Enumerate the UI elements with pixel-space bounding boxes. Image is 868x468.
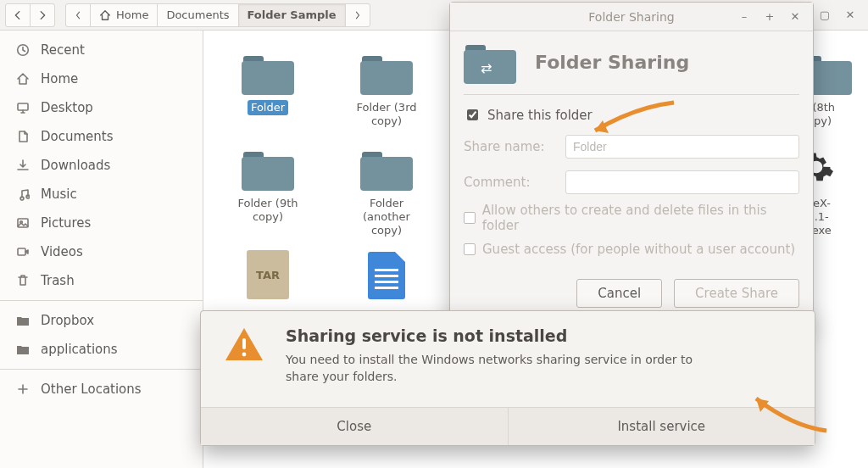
- home-icon: [15, 71, 31, 86]
- create-share-button-label: Create Share: [695, 286, 778, 301]
- banner-close-button[interactable]: Close: [201, 408, 508, 445]
- create-share-button[interactable]: Create Share: [674, 279, 799, 308]
- home-icon: [99, 9, 111, 21]
- sidebar-item-label: Music: [41, 187, 77, 202]
- crumb-documents[interactable]: Documents: [157, 3, 238, 27]
- sidebar-item-label: Videos: [41, 244, 83, 259]
- sidebar-item-other-locations[interactable]: Other Locations: [0, 375, 203, 404]
- dialog-titlebar[interactable]: Folder Sharing – + ✕: [450, 3, 813, 31]
- window-maximize[interactable]: ▢: [812, 5, 837, 25]
- sidebar-item-applications[interactable]: applications: [0, 335, 203, 364]
- sidebar-item-recent[interactable]: Recent: [0, 36, 203, 64]
- allow-others-checkbox[interactable]: [464, 212, 476, 224]
- crumb-folder-sample-label: Folder Sample: [248, 8, 337, 21]
- dialog-close[interactable]: ✕: [782, 6, 808, 26]
- banner-title: Sharing service is not installed: [286, 326, 726, 345]
- dialog-maximize[interactable]: +: [757, 6, 782, 26]
- file-item[interactable]: Folder (9th copy): [225, 142, 310, 239]
- dialog-minimize[interactable]: –: [732, 6, 757, 26]
- file-item[interactable]: TAR: [225, 250, 310, 304]
- forward-button[interactable]: [30, 3, 55, 27]
- sidebar-item-pictures[interactable]: Pictures: [0, 209, 203, 237]
- dialog-title-text: Folder Sharing: [588, 10, 674, 24]
- svg-point-6: [242, 353, 247, 357]
- crumb-folder-sample[interactable]: Folder Sample: [238, 3, 346, 27]
- minimize-icon: –: [742, 10, 748, 23]
- sidebar-item-downloads[interactable]: Downloads: [0, 151, 203, 180]
- sidebar-item-trash[interactable]: Trash: [0, 266, 203, 295]
- sidebar-item-label: Recent: [41, 42, 85, 58]
- share-this-folder-checkbox[interactable]: [467, 109, 478, 120]
- arrow-right-icon: [36, 9, 48, 21]
- sidebar-item-documents[interactable]: Documents: [0, 122, 203, 151]
- banner-install-label: Install service: [617, 419, 705, 434]
- folder-icon: [360, 148, 413, 191]
- breadcrumb: Home Documents Folder Sample: [65, 3, 370, 27]
- share-name-input[interactable]: [565, 135, 799, 159]
- plus-icon: [15, 382, 31, 397]
- file-label: Folder: [248, 100, 288, 115]
- comment-input[interactable]: [565, 170, 799, 194]
- warning-icon: [225, 326, 264, 362]
- allow-others-label: Allow others to create and delete files …: [482, 203, 799, 233]
- sharing-service-banner: Sharing service is not installed You nee…: [200, 310, 815, 446]
- maximize-icon: +: [765, 10, 775, 23]
- banner-install-button[interactable]: Install service: [508, 408, 815, 445]
- folder-icon: [242, 148, 294, 191]
- sidebar-item-home[interactable]: Home: [0, 64, 203, 93]
- sidebar-item-dropbox[interactable]: Dropbox: [0, 306, 203, 335]
- guest-access-checkbox[interactable]: [464, 243, 476, 255]
- svg-rect-5: [242, 338, 246, 349]
- close-icon: ✕: [846, 8, 855, 21]
- folder-icon: [360, 53, 413, 95]
- folder-icon: [15, 313, 31, 328]
- file-item[interactable]: Folder (3rd copy): [344, 46, 429, 130]
- trash-icon: [15, 273, 31, 288]
- crumb-documents-label: Documents: [166, 8, 229, 21]
- cancel-button-label: Cancel: [598, 286, 641, 301]
- download-icon: [15, 158, 31, 173]
- sidebar-item-music[interactable]: Music: [0, 180, 203, 209]
- sidebar-item-label: Documents: [41, 129, 114, 144]
- places-sidebar: Recent Home Desktop Documents Downloads …: [0, 31, 203, 468]
- folder-sharing-dialog: Folder Sharing – + ✕ ⇄ Folder Sharing Sh…: [449, 2, 814, 322]
- desktop-icon: [15, 100, 31, 115]
- chevron-left-icon: [73, 10, 83, 20]
- sidebar-item-label: Pictures: [41, 215, 91, 231]
- breadcrumb-prev[interactable]: [65, 3, 91, 27]
- chevron-right-icon: [353, 10, 363, 20]
- folder-icon: [242, 53, 294, 95]
- sidebar-item-videos[interactable]: Videos: [0, 237, 203, 266]
- file-label: Folder (9th copy): [225, 196, 310, 226]
- videos-icon: [15, 244, 31, 259]
- music-icon: [15, 187, 31, 202]
- crumb-home[interactable]: Home: [90, 3, 158, 27]
- close-icon: ✕: [791, 10, 800, 23]
- file-item[interactable]: Folder (another copy): [344, 142, 429, 239]
- banner-body: You need to install the Windows networks…: [286, 352, 726, 385]
- window-close[interactable]: ✕: [837, 5, 863, 25]
- banner-close-label: Close: [337, 419, 371, 434]
- sidebar-item-label: Downloads: [41, 158, 110, 173]
- folder-icon: [15, 342, 31, 357]
- cancel-button[interactable]: Cancel: [576, 279, 662, 308]
- file-item[interactable]: [344, 250, 429, 304]
- comment-label: Comment:: [464, 175, 557, 190]
- share-this-folder-label: Share this folder: [487, 108, 593, 123]
- maximize-icon: ▢: [820, 8, 830, 21]
- sidebar-item-desktop[interactable]: Desktop: [0, 93, 203, 122]
- file-label: Folder (another copy): [344, 196, 429, 239]
- svg-rect-4: [18, 248, 25, 255]
- svg-rect-2: [18, 219, 28, 227]
- breadcrumb-next[interactable]: [345, 3, 370, 27]
- guest-access-label: Guest access (for people without a user …: [482, 242, 795, 257]
- sidebar-item-label: Trash: [41, 273, 75, 288]
- sidebar-item-label: Home: [41, 71, 78, 86]
- document-icon: [368, 252, 405, 299]
- pictures-icon: [15, 215, 31, 231]
- crumb-home-label: Home: [116, 8, 148, 21]
- back-button[interactable]: [5, 3, 31, 27]
- file-item[interactable]: Folder: [225, 46, 310, 130]
- documents-icon: [15, 129, 31, 144]
- archive-icon: TAR: [247, 250, 289, 299]
